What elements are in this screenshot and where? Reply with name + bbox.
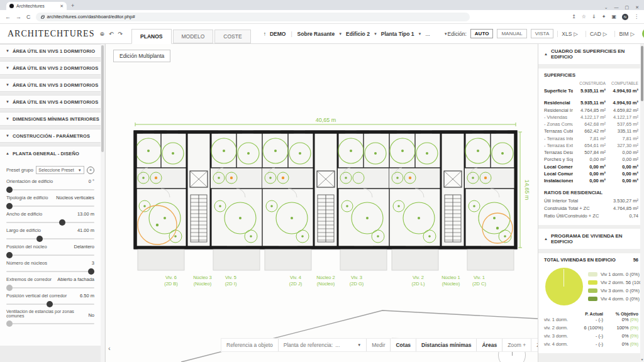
program-section-header[interactable]: ▲PROGRAMA DE VIVIENDA EN EDIFICIO	[538, 229, 644, 250]
section-construccion-parametros[interactable]: ▼CONSTRUCCIÓN - PARÁMETROS	[0, 129, 101, 143]
url-text: architechtures.com/dashboard/editor.php#	[47, 14, 135, 19]
table-row: viv. 3 dorm.- (-)0%(0%)	[544, 332, 638, 341]
section-planta-general-header[interactable]: ▲PLANTA GENERAL - DISEÑO	[0, 146, 101, 160]
redo-icon[interactable]: ↷	[118, 31, 123, 37]
project-name[interactable]: DEMO	[270, 31, 286, 37]
reference-floor-select[interactable]: Planta de referencia: ... ▼	[278, 339, 367, 351]
ancho-slider[interactable]	[6, 222, 94, 223]
browser-avatar[interactable]: N	[622, 14, 628, 20]
areas-toggle[interactable]: Áreas	[476, 339, 502, 351]
legend-item: Viv 3 dorm. 0 (0%)	[588, 288, 644, 293]
table-row: Terrazas Descubiertas507,84 m²0,00 m²	[544, 149, 638, 156]
extremos-corredor-slider[interactable]	[6, 287, 94, 288]
side-panel-icon[interactable]: ▣	[611, 14, 616, 19]
preset-select[interactable]: Seleccione Preset▼	[36, 166, 84, 174]
close-icon[interactable]: ✕	[635, 5, 639, 10]
chevron-down-icon: ▼	[6, 117, 9, 121]
edition-auto-button[interactable]: AUTO	[470, 29, 494, 38]
left-scrollbar[interactable]	[101, 44, 104, 362]
section-area-util-3d[interactable]: ▼ÁREA ÚTIL EN VIVS 3 DORMITORIOS	[0, 78, 101, 92]
app-header: ARCHITECHTURES ⊕ ↶ ↷ PLANOS MODELO COSTE…	[0, 24, 644, 44]
export-xls-button[interactable]: XLS▷	[557, 31, 582, 37]
tab-planos[interactable]: PLANOS	[131, 29, 171, 44]
cotas-toggle[interactable]: Cotas	[390, 339, 416, 351]
upload-icon[interactable]: ↑	[264, 31, 266, 37]
scroll-down-icon[interactable]: ▼	[640, 358, 644, 361]
menu-dots-icon[interactable]: ⋮	[634, 14, 639, 19]
breadcrumb-more[interactable]: ...	[426, 31, 430, 37]
share-icon[interactable]: ↥	[572, 14, 576, 19]
breadcrumb: ↑ DEMO | Sobre Rasante▼ Edificio 2▼ Plan…	[264, 31, 448, 37]
table-row: Porches y Soportales0,00 m²0,00 m²	[544, 156, 638, 163]
section-area-util-4d[interactable]: ▼ÁREA ÚTIL EN VIVS 4 DORMITORIOS	[0, 95, 101, 109]
tab-search-icon[interactable]: ⌄	[604, 5, 608, 10]
col-construida: CONSTRUIDA	[573, 81, 606, 85]
zoom-in-button[interactable]: Zoom +	[502, 339, 531, 351]
orientacion-slider[interactable]	[6, 189, 94, 190]
collapse-left-icon[interactable]: ‹	[108, 344, 111, 352]
edition-vista-button[interactable]: VISTA	[531, 29, 554, 38]
forward-icon[interactable]: →	[16, 14, 21, 20]
back-icon[interactable]: ←	[5, 14, 11, 20]
maximize-icon[interactable]: ▢	[625, 5, 630, 10]
chevron-down-icon[interactable]: ▼	[338, 32, 342, 36]
table-row: - Zonas Comunes642,68 m²537,65 m²	[544, 121, 638, 128]
minimize-icon[interactable]: —	[614, 5, 619, 10]
tab-modelo[interactable]: MODELO	[173, 30, 214, 43]
tipologia-slider[interactable]	[6, 206, 94, 207]
unit-label[interactable]: Viv. 3(2D G)	[336, 275, 377, 287]
export-cad-button[interactable]: CAD▷	[586, 31, 611, 37]
largo-slider[interactable]	[6, 238, 94, 239]
level-select[interactable]: Sobre Rasante	[297, 31, 335, 37]
unit-label[interactable]: Viv. 1(2D C)	[459, 275, 499, 287]
total-viviendas-label: TOTAL VIVIENDAS EN EDIFICIO	[544, 257, 616, 263]
tab-coste[interactable]: COSTE	[214, 30, 250, 43]
min-distances-toggle[interactable]: Distancias mínimas	[416, 339, 476, 351]
floorplan-canvas[interactable]: 40,65 m 14,65 m Edición Multiplanta Viv.…	[106, 44, 538, 362]
right-sidebar: ▲CUADRO DE SUPERFICIES EN EDIFICIO SUPER…	[538, 44, 644, 362]
measure-button[interactable]: Medir	[366, 339, 390, 351]
section-area-util-2d[interactable]: ▼ÁREA ÚTIL EN VIVS 2 DORMITORIOS	[0, 61, 101, 75]
multiplanta-button[interactable]: Edición Multiplanta	[113, 50, 170, 62]
undo-icon[interactable]: ↶	[109, 31, 114, 37]
col-p-actual: P. Actual	[573, 312, 603, 316]
share-project-icon[interactable]: ⊕	[99, 31, 104, 37]
reload-icon[interactable]: C	[26, 14, 31, 20]
table-row: - Viviendas4.122,17 m²4.122,17 m²	[544, 114, 638, 121]
right-scrollbar[interactable]: ▼	[640, 44, 644, 362]
export-icon: ▷	[603, 31, 608, 37]
edition-manual-button[interactable]: MANUAL	[497, 29, 526, 38]
section-dimensiones-minimas[interactable]: ▼DIMENSIONES MÍNIMAS INTERIORES	[0, 112, 101, 126]
control-largo: Largo de edificio41.00 m	[0, 228, 101, 239]
numero-nucleos-slider[interactable]	[6, 271, 94, 272]
object-reference-toggle[interactable]: Referencia a objeto	[221, 339, 278, 351]
table-row: viv. 4 dorm.- (-)0%(0%)	[544, 341, 638, 349]
table-row: Construida Total + ZC4.764,85 m²	[544, 205, 638, 212]
legend-item: Viv 1 dorm. 0 (0%)	[588, 272, 644, 277]
control-tipologia: Tipología de edificioNúcleos verticales	[0, 195, 101, 207]
preset-add-icon[interactable]: +	[87, 167, 94, 174]
table-row: Superficie Total5.935,11 m²4.994,93 m²	[544, 87, 638, 94]
posicion-corredor-slider[interactable]	[6, 304, 94, 305]
install-icon[interactable]: ⇓	[592, 14, 596, 19]
posicion-nucleo-slider[interactable]	[6, 255, 94, 256]
tab-close-icon[interactable]: ✕	[60, 4, 64, 9]
unit-label[interactable]: Viv. 5(2D I)	[211, 275, 251, 287]
lock-icon	[41, 16, 44, 19]
export-bim-button[interactable]: BIM▷	[614, 31, 638, 37]
ventilacion-slider[interactable]	[6, 323, 94, 324]
dimension-height-text: 14,65 m	[524, 180, 530, 200]
chevron-down-icon[interactable]: ▼	[418, 32, 422, 36]
extensions-icon[interactable]: ✦	[602, 14, 606, 19]
surfaces-section-header[interactable]: ▲CUADRO DE SUPERFICIES EN EDIFICIO	[538, 44, 644, 65]
browser-tab[interactable]: Architechtures ✕	[6, 2, 67, 10]
new-tab-button[interactable]: +	[71, 3, 74, 10]
table-row: Útil Interior Total3.530,27 m²	[544, 197, 638, 205]
building-select[interactable]: Edificio 2	[346, 31, 370, 37]
floor-select[interactable]: Planta Tipo 1	[381, 31, 414, 37]
section-area-util-1d[interactable]: ▼ÁREA ÚTIL EN VIVS 1 DORMITORIO	[0, 44, 101, 58]
chevron-down-icon[interactable]: ▼	[374, 32, 377, 36]
url-input[interactable]: architechtures.com/dashboard/editor.php#	[36, 13, 470, 21]
chevron-down-icon: ▼	[6, 66, 9, 70]
bookmark-star-icon[interactable]: ☆	[582, 14, 586, 19]
